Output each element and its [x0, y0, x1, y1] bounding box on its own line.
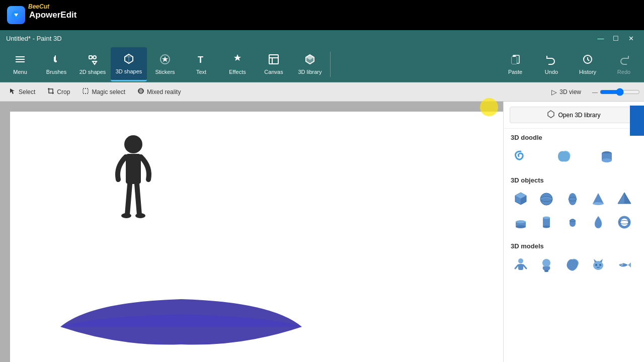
toolbar-text[interactable]: T Text [183, 47, 219, 81]
canvas-label: Canvas [264, 69, 283, 75]
boat-svg [50, 292, 312, 347]
svg-marker-43 [593, 193, 604, 204]
crop-tool[interactable]: Crop [42, 86, 75, 98]
toolbar-redo[interactable]: Redo [606, 47, 642, 81]
svg-point-67 [595, 264, 597, 266]
canvas-area[interactable] [0, 102, 503, 362]
app-name: ApowerEdit [29, 10, 76, 20]
3d-model-fish[interactable] [614, 255, 634, 275]
doodle-tube[interactable] [597, 146, 617, 166]
doodle-swirl[interactable] [511, 146, 531, 166]
3d-pyramid[interactable] [614, 189, 634, 209]
menu-label: Menu [13, 69, 27, 75]
svg-point-53 [543, 226, 550, 228]
mixed-reality-tool[interactable]: Mixed reality [132, 86, 186, 98]
3d-doodle-title: 3D doodle [504, 129, 644, 144]
3d-sphere[interactable] [536, 189, 556, 209]
main-toolbar: Menu Brushes 2D shapes [0, 46, 644, 82]
svg-point-27 [124, 135, 142, 153]
main-content: Open 3D library 3D doodle [0, 102, 644, 362]
zoom-slider[interactable] [600, 88, 640, 96]
3d-models-grid [504, 253, 644, 280]
undo-icon [545, 53, 557, 67]
select-tool[interactable]: Select [4, 86, 40, 98]
svg-point-56 [619, 217, 629, 227]
cursor-highlight [480, 98, 498, 116]
3d-model-cat[interactable] [588, 255, 608, 275]
right-panel: Open 3D library 3D doodle [503, 102, 644, 362]
toolbar-paste[interactable]: Paste [497, 47, 533, 81]
3d-objects-grid [504, 187, 644, 237]
maximize-button[interactable]: ☐ [609, 33, 623, 44]
3d-view-tool[interactable]: ▷ 3D view [546, 86, 586, 98]
3d-droplet[interactable] [588, 212, 608, 232]
app-logo-icon [7, 6, 25, 24]
toolbar-3dlibrary[interactable]: 3D library [292, 47, 328, 81]
2dshapes-label: 2D shapes [79, 69, 106, 75]
3dlibrary-icon [304, 53, 316, 67]
toolbar-canvas[interactable]: Canvas [256, 47, 292, 81]
3d-oval[interactable] [562, 189, 583, 209]
magic-select-tool[interactable]: Magic select [77, 86, 130, 98]
paste-icon [509, 53, 521, 67]
svg-point-70 [621, 264, 622, 265]
svg-rect-51 [543, 218, 550, 227]
svg-rect-4 [55, 55, 56, 60]
svg-marker-23 [10, 88, 15, 94]
svg-rect-2 [16, 59, 25, 60]
svg-point-29 [121, 213, 131, 218]
history-icon [582, 53, 594, 67]
toolbar-sep [330, 52, 331, 77]
3dshapes-icon [123, 53, 135, 67]
toolbar-menu[interactable]: Menu [2, 47, 38, 81]
3d-cylinder-flat[interactable] [511, 212, 531, 232]
svg-rect-13 [269, 55, 278, 64]
mixed-reality-label: Mixed reality [147, 88, 181, 96]
svg-point-52 [543, 217, 550, 219]
secondary-toolbar: Select Crop Magic select [0, 82, 644, 102]
svg-rect-63 [544, 270, 548, 272]
title-bar: Untitled* - Paint 3D — ☐ ✕ [0, 30, 644, 46]
svg-point-44 [593, 202, 604, 205]
svg-point-25 [138, 88, 143, 94]
svg-point-50 [516, 225, 526, 228]
3d-capsule[interactable] [562, 212, 583, 232]
zoom-control: — [592, 88, 640, 96]
doodle-blob[interactable] [554, 146, 574, 166]
3d-cylinder-tall[interactable] [536, 212, 556, 232]
2dshapes-icon [87, 53, 99, 67]
svg-point-41 [569, 193, 577, 205]
svg-point-6 [93, 56, 96, 59]
toolbar-right: Paste Undo [497, 47, 642, 81]
toolbar-3dshapes[interactable]: 3D shapes [111, 47, 147, 81]
close-button[interactable]: ✕ [624, 33, 638, 44]
paint3d-window: Untitled* - Paint 3D — ☐ ✕ Menu [0, 30, 644, 362]
toolbar-history[interactable]: History [570, 47, 606, 81]
3d-model-person[interactable] [511, 255, 531, 275]
stickers-label: Stickers [155, 69, 175, 75]
svg-point-49 [516, 220, 526, 223]
open-3d-library-button[interactable]: Open 3D library [510, 107, 638, 123]
3d-view-label: 3D view [559, 88, 581, 96]
svg-point-34 [602, 158, 612, 162]
canvas-white [10, 112, 503, 362]
toolbar-2dshapes[interactable]: 2D shapes [74, 47, 111, 81]
toolbar-stickers[interactable]: Stickers [147, 47, 183, 81]
3d-model-bust[interactable] [536, 255, 556, 275]
3d-torus[interactable] [614, 212, 634, 232]
svg-rect-1 [16, 56, 25, 57]
3d-models-title: 3D models [504, 237, 644, 253]
effects-label: Effects [229, 69, 246, 75]
toolbar-brushes[interactable]: Brushes [38, 47, 74, 81]
svg-rect-59 [518, 264, 523, 270]
3d-cone[interactable] [588, 189, 608, 209]
3d-model-blob[interactable] [562, 255, 583, 275]
mixed-reality-icon [137, 87, 144, 96]
toolbar-undo[interactable]: Undo [533, 47, 570, 81]
3d-cube[interactable] [511, 189, 531, 209]
svg-line-61 [523, 265, 526, 268]
svg-rect-3 [16, 61, 25, 62]
toolbar-effects[interactable]: Effects [219, 47, 256, 81]
figure-svg [111, 132, 156, 232]
minimize-button[interactable]: — [594, 33, 608, 44]
